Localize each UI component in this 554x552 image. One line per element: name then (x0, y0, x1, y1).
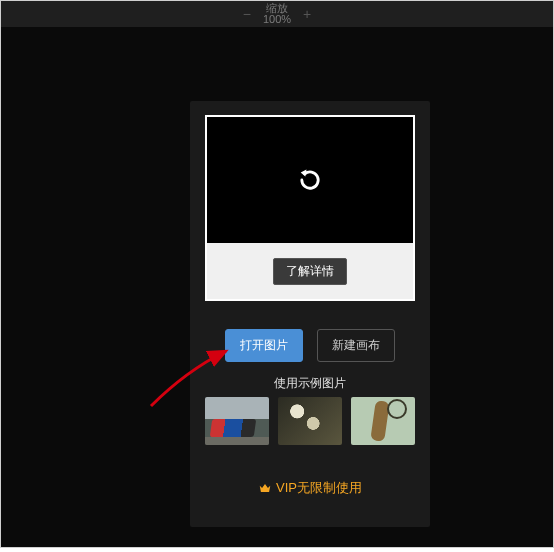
top-toolbar: − 缩放 100% + (1, 1, 553, 27)
sample-thumb-3[interactable] (351, 397, 415, 445)
preview-card: 了解详情 (205, 115, 415, 301)
sample-thumbnails (205, 397, 415, 445)
app-window: − 缩放 100% + 了解详情 打开图片 新建画布 使用示例图片 (0, 0, 554, 548)
action-buttons: 打开图片 新建画布 (190, 329, 430, 362)
new-canvas-button[interactable]: 新建画布 (317, 329, 395, 362)
samples-heading: 使用示例图片 (190, 375, 430, 392)
sample-thumb-1[interactable] (205, 397, 269, 445)
vip-text: VIP无限制使用 (276, 479, 362, 497)
zoom-indicator: 缩放 100% (263, 3, 291, 25)
crown-icon (258, 481, 272, 495)
open-image-button[interactable]: 打开图片 (225, 329, 303, 362)
start-panel: 了解详情 打开图片 新建画布 使用示例图片 VIP无限制使用 (190, 101, 430, 527)
sample-thumb-2[interactable] (278, 397, 342, 445)
reload-icon (296, 166, 324, 194)
preview-image-area (207, 117, 413, 243)
zoom-value: 100% (263, 14, 291, 25)
learn-more-button[interactable]: 了解详情 (273, 258, 347, 285)
zoom-in-button[interactable]: + (297, 7, 317, 21)
zoom-out-button[interactable]: − (237, 7, 257, 21)
preview-footer: 了解详情 (207, 243, 413, 299)
vip-link[interactable]: VIP无限制使用 (190, 479, 430, 497)
